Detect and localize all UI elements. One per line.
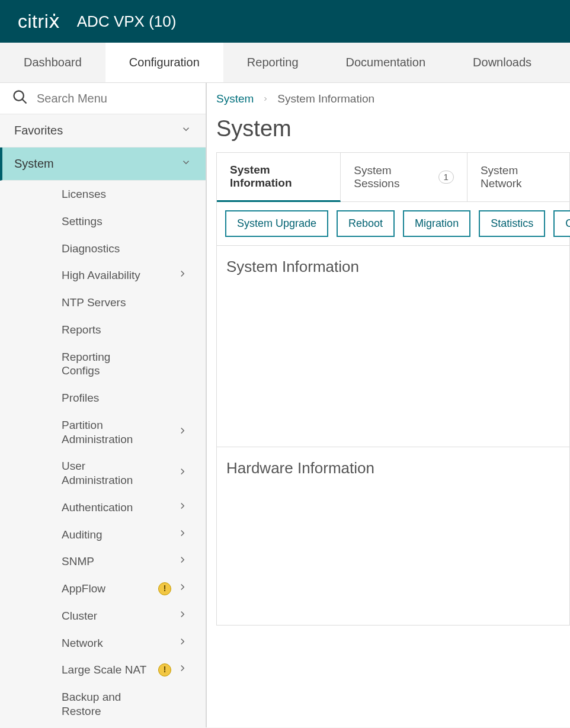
sidebar-favorites[interactable]: Favorites	[0, 114, 206, 147]
tab-system-sessions[interactable]: System Sessions 1	[341, 153, 467, 201]
chevron-right-icon	[262, 92, 269, 105]
chevron-right-icon	[177, 582, 188, 596]
sidebar-item-label: High Availability	[62, 268, 140, 283]
sidebar-item[interactable]: Licenses	[0, 181, 206, 208]
nav-reporting[interactable]: Reporting	[223, 43, 322, 82]
sidebar-item[interactable]: Settings	[0, 208, 206, 235]
product-title: ADC VPX (10)	[77, 12, 177, 31]
sidebar-item-label: NTP Servers	[62, 296, 126, 310]
content-panel: System Information System Sessions 1 Sys…	[216, 152, 570, 626]
sidebar-search[interactable]	[0, 83, 206, 114]
chevron-right-icon	[177, 466, 188, 480]
chevron-right-icon	[177, 501, 188, 515]
chevron-right-icon	[177, 609, 188, 623]
call-button[interactable]: Call	[553, 210, 570, 237]
chevron-down-icon	[181, 124, 191, 137]
brand-logo: citriẋ	[18, 10, 60, 33]
app-header: citriẋ ADC VPX (10)	[0, 0, 570, 43]
chevron-right-icon	[177, 268, 188, 283]
breadcrumb-root[interactable]: System	[216, 92, 254, 105]
sidebar: Favorites System LicensesSettingsDiagnos…	[0, 83, 207, 727]
sidebar-system-label: System	[14, 157, 54, 171]
chevron-right-icon	[177, 528, 188, 542]
search-input[interactable]	[37, 92, 194, 105]
sidebar-item[interactable]: Diagnostics	[0, 235, 206, 262]
sidebar-item-label: Partition Administration	[62, 418, 150, 447]
breadcrumb: System System Information	[216, 92, 570, 116]
sidebar-item-label: Licenses	[62, 187, 106, 201]
tab-label: System Information	[230, 163, 327, 190]
chevron-down-icon	[181, 157, 191, 171]
sidebar-system[interactable]: System	[0, 147, 206, 181]
sidebar-item[interactable]: Reporting Configs	[0, 344, 206, 385]
sidebar-items-list: LicensesSettingsDiagnosticsHigh Availabi…	[0, 181, 206, 727]
page-title: System	[216, 116, 570, 142]
nav-dashboard[interactable]: Dashboard	[0, 43, 105, 82]
statistics-button[interactable]: Statistics	[479, 210, 545, 237]
migration-button[interactable]: Migration	[403, 210, 470, 237]
chevron-right-icon	[177, 663, 188, 677]
sidebar-item[interactable]: NTP Servers	[0, 289, 206, 316]
sidebar-item-label: Cluster	[62, 609, 97, 623]
tab-label: System Network	[481, 164, 556, 190]
sidebar-item-label: Auditing	[62, 528, 103, 542]
tab-badge: 1	[438, 171, 454, 184]
sidebar-item-label: AppFlow	[62, 582, 105, 596]
sidebar-item[interactable]: AppFlow!	[0, 575, 206, 602]
sidebar-item[interactable]: Cluster	[0, 602, 206, 630]
hardware-information-heading: Hardware Information	[226, 459, 560, 477]
sidebar-item-label: Authentication	[62, 501, 133, 515]
breadcrumb-current: System Information	[277, 92, 374, 105]
sidebar-item-label: Network	[62, 636, 103, 650]
system-information-heading: System Information	[226, 258, 560, 276]
hardware-information-section: Hardware Information	[217, 447, 569, 625]
warning-icon: !	[158, 582, 171, 595]
system-information-section: System Information	[217, 246, 569, 447]
nav-documentation[interactable]: Documentation	[322, 43, 450, 82]
sidebar-item[interactable]: Auditing	[0, 521, 206, 549]
sidebar-item-label: Large Scale NAT	[62, 663, 146, 677]
sidebar-item[interactable]: High Availability	[0, 262, 206, 289]
search-icon	[12, 89, 28, 108]
actions-row: System Upgrade Reboot Migration Statisti…	[217, 202, 569, 245]
sidebar-item[interactable]: SNMP	[0, 548, 206, 575]
nav-configuration[interactable]: Configuration	[105, 43, 223, 82]
sidebar-item-label: Backup and Restore	[62, 690, 150, 719]
sidebar-item[interactable]: User Administration	[0, 453, 206, 494]
sidebar-item[interactable]: Partition Administration	[0, 412, 206, 453]
sidebar-item[interactable]: Backup and Restore	[0, 684, 206, 725]
sidebar-item[interactable]: Large Scale NAT!	[0, 656, 206, 684]
sidebar-item[interactable]: Authentication	[0, 494, 206, 521]
tab-label: System Sessions	[354, 164, 432, 190]
top-navigation: Dashboard Configuration Reporting Docume…	[0, 43, 570, 83]
chevron-right-icon	[177, 636, 188, 650]
sidebar-item[interactable]: Profiles	[0, 384, 206, 412]
chevron-right-icon	[177, 425, 188, 440]
tab-bar: System Information System Sessions 1 Sys…	[217, 153, 569, 202]
tab-system-information[interactable]: System Information	[217, 153, 341, 202]
sidebar-item-label: Reporting Configs	[62, 350, 150, 379]
svg-point-0	[14, 91, 24, 101]
chevron-right-icon	[177, 554, 188, 569]
main-content: System System Information System System …	[207, 83, 570, 727]
sidebar-item[interactable]: Reports	[0, 316, 206, 344]
tab-system-network[interactable]: System Network	[467, 153, 569, 201]
nav-downloads[interactable]: Downloads	[449, 43, 555, 82]
sidebar-item-label: SNMP	[62, 554, 94, 569]
sidebar-item-label: User Administration	[62, 459, 150, 488]
svg-line-1	[23, 100, 27, 104]
sidebar-favorites-label: Favorites	[14, 124, 63, 137]
sidebar-item-label: Profiles	[62, 391, 99, 405]
sidebar-item-label: Diagnostics	[62, 242, 120, 256]
sidebar-item-label: Reports	[62, 323, 101, 337]
system-upgrade-button[interactable]: System Upgrade	[225, 210, 328, 237]
warning-icon: !	[158, 663, 171, 676]
sidebar-item-label: Settings	[62, 214, 103, 229]
reboot-button[interactable]: Reboot	[337, 210, 395, 237]
sidebar-item[interactable]: Network	[0, 630, 206, 657]
sidebar-item[interactable]: Encryption Keys	[0, 725, 206, 728]
